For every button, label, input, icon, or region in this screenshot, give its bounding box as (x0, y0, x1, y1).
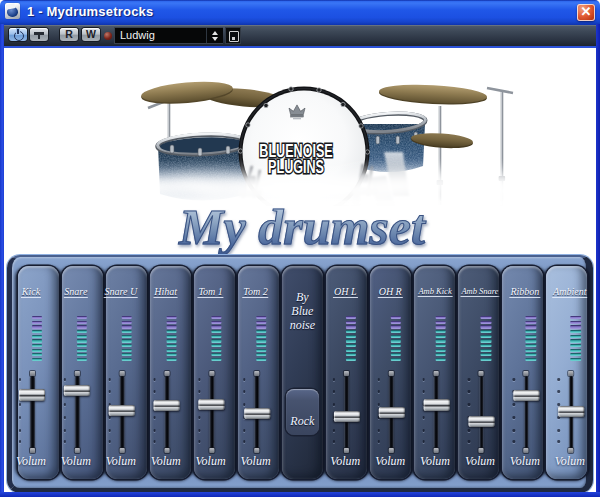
svg-text:PLUGINS: PLUGINS (268, 157, 324, 177)
